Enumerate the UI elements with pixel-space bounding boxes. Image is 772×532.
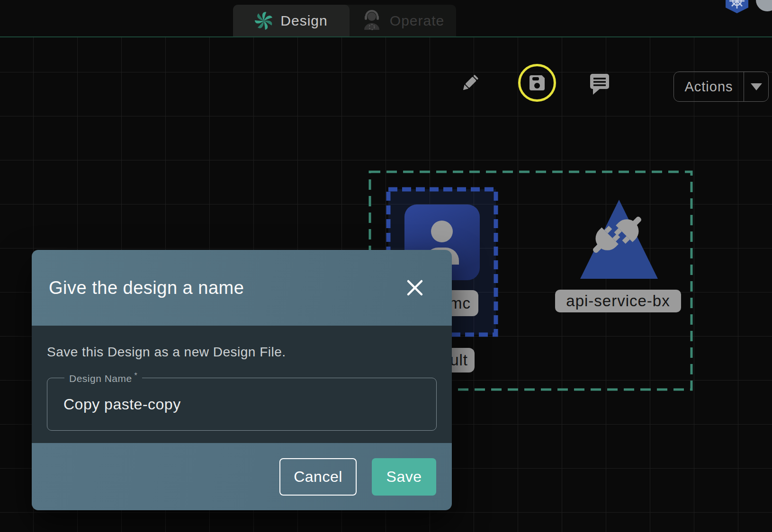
close-button[interactable] <box>405 278 424 297</box>
design-name-label: Design Name * <box>64 372 142 384</box>
mode-tabs: Design Operate <box>233 5 456 36</box>
api-service-node[interactable] <box>580 200 658 279</box>
modal-footer: Cancel Save <box>32 443 452 510</box>
modal-body: Save this Design as a new Design File. D… <box>32 326 452 443</box>
close-icon <box>406 279 423 296</box>
dropdown-arrow-icon <box>751 83 762 90</box>
modal-title: Give the design a name <box>49 278 244 298</box>
actions-dropdown-button[interactable] <box>744 72 768 101</box>
save-confirm-button[interactable]: Save <box>372 458 436 496</box>
save-button-highlight[interactable] <box>518 64 556 102</box>
design-name-input[interactable] <box>47 378 436 430</box>
tab-design[interactable]: Design <box>233 5 350 36</box>
operator-headset-icon <box>361 10 382 32</box>
app-window: mc ult api-service-bx Design <box>0 0 772 532</box>
required-marker: * <box>134 372 137 380</box>
actions-split-button: Actions <box>673 71 769 102</box>
edit-button[interactable] <box>459 73 480 94</box>
plug-icon <box>586 204 649 266</box>
save-icon <box>528 73 547 92</box>
tab-operate-label: Operate <box>390 13 444 29</box>
edit-icon <box>459 73 480 94</box>
meshery-pinwheel-icon <box>255 12 273 30</box>
actions-button[interactable]: Actions <box>674 72 744 101</box>
node-label-api-service: api-service-bx <box>555 290 681 312</box>
design-name-field: Design Name * <box>47 378 437 431</box>
comment-button[interactable] <box>588 72 611 95</box>
tab-design-label: Design <box>280 13 327 29</box>
save-design-modal: Give the design a name Save this Design … <box>32 250 452 510</box>
kubernetes-context-icon[interactable] <box>724 0 750 14</box>
modal-header: Give the design a name <box>32 250 452 326</box>
tab-operate[interactable]: Operate <box>350 5 456 36</box>
cancel-button[interactable]: Cancel <box>279 458 357 496</box>
comment-icon <box>588 72 611 95</box>
modal-description: Save this Design as a new Design File. <box>47 345 437 360</box>
top-navigation-bar: Design Operate <box>0 0 772 37</box>
